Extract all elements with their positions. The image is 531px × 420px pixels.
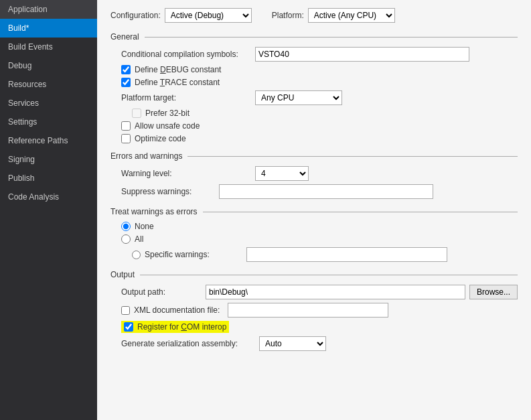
output-section: Output Output path: Browse... XML docume… (110, 270, 518, 351)
warning-level-label: Warning level: (121, 169, 255, 178)
top-bar: Configuration: Active (Debug) Debug Rele… (110, 8, 518, 23)
xml-doc-label: XML documentation file: (134, 305, 220, 315)
allow-unsafe-label: Allow unsafe code (135, 121, 200, 131)
treat-warnings-specific-radio[interactable] (132, 251, 141, 259)
configuration-label: Configuration: (110, 11, 161, 20)
treat-warnings-title: Treat warnings as errors (110, 207, 518, 216)
treat-warnings-all-label: All (135, 234, 143, 244)
sidebar-item-settings[interactable]: Settings (0, 113, 97, 131)
specific-warnings-input[interactable] (246, 247, 447, 262)
xml-doc-row: XML documentation file: (110, 303, 518, 318)
platform-target-select[interactable]: Any CPU x86 x64 Itanium (255, 90, 342, 105)
configuration-group: Configuration: Active (Debug) Debug Rele… (110, 8, 252, 23)
treat-warnings-none-radio[interactable] (121, 222, 131, 231)
general-section: General Conditional compilation symbols:… (110, 32, 518, 143)
warning-level-select[interactable]: 4 0 1 2 3 (255, 166, 309, 181)
define-debug-label: Define DEBUG constant (135, 65, 221, 74)
configuration-select[interactable]: Active (Debug) Debug Release (165, 8, 252, 23)
define-debug-row: Define DEBUG constant (110, 65, 518, 74)
sidebar-item-debug[interactable]: Debug (0, 56, 97, 75)
allow-unsafe-checkbox[interactable] (121, 121, 131, 131)
sidebar: Application Build* Build Events Debug Re… (0, 0, 97, 420)
prefer-32bit-row: Prefer 32-bit (110, 109, 518, 118)
platform-target-row: Platform target: Any CPU x86 x64 Itanium (110, 90, 518, 105)
treat-warnings-all-row: All (110, 234, 518, 244)
prefer-32bit-label: Prefer 32-bit (145, 109, 189, 118)
optimize-code-label: Optimize code (135, 134, 186, 143)
suppress-warnings-label: Suppress warnings: (121, 187, 215, 196)
suppress-warnings-input[interactable] (219, 184, 433, 199)
platform-label: Platform: (272, 11, 304, 20)
output-path-input[interactable] (206, 285, 465, 299)
platform-target-label: Platform target: (121, 93, 255, 102)
generate-serial-select[interactable]: Auto On Off (259, 336, 326, 351)
output-path-row: Output path: Browse... (110, 285, 518, 299)
treat-warnings-all-radio[interactable] (121, 234, 131, 244)
xml-doc-input[interactable] (228, 303, 388, 318)
platform-select[interactable]: Active (Any CPU) Any CPU x86 x64 (308, 8, 395, 23)
errors-warnings-section: Errors and warnings Warning level: 4 0 1… (110, 151, 518, 199)
sidebar-item-signing[interactable]: Signing (0, 150, 97, 169)
browse-button[interactable]: Browse... (469, 285, 518, 299)
treat-warnings-none-row: None (110, 222, 518, 231)
sidebar-item-reference-paths[interactable]: Reference Paths (0, 131, 97, 150)
register-com-highlight: Register for COM interop (121, 321, 229, 333)
register-com-checkbox[interactable] (124, 322, 133, 332)
sidebar-item-build-events[interactable]: Build Events (0, 38, 97, 56)
conditional-symbols-label: Conditional compilation symbols: (121, 50, 255, 59)
register-com-label: Register for COM interop (137, 322, 226, 332)
define-trace-row: Define TRACE constant (110, 78, 518, 87)
main-content: Configuration: Active (Debug) Debug Rele… (97, 0, 531, 420)
generate-serial-row: Generate serialization assembly: Auto On… (110, 336, 518, 351)
suppress-warnings-row: Suppress warnings: (110, 184, 518, 199)
conditional-symbols-row: Conditional compilation symbols: (110, 47, 518, 62)
warning-level-row: Warning level: 4 0 1 2 3 (110, 166, 518, 181)
allow-unsafe-row: Allow unsafe code (110, 121, 518, 131)
generate-serial-label: Generate serialization assembly: (121, 339, 255, 348)
treat-warnings-none-label: None (135, 222, 154, 231)
output-path-label: Output path: (121, 287, 202, 297)
output-section-title: Output (110, 270, 518, 279)
sidebar-item-build[interactable]: Build* (0, 19, 97, 38)
define-debug-checkbox[interactable] (121, 65, 131, 74)
sidebar-item-application[interactable]: Application (0, 0, 97, 19)
define-trace-checkbox[interactable] (121, 78, 131, 87)
register-com-row: Register for COM interop (110, 321, 518, 333)
sidebar-item-resources[interactable]: Resources (0, 75, 97, 94)
conditional-symbols-input[interactable] (255, 47, 469, 62)
sidebar-item-code-analysis[interactable]: Code Analysis (0, 188, 97, 206)
sidebar-item-services[interactable]: Services (0, 94, 97, 113)
optimize-code-row: Optimize code (110, 134, 518, 143)
general-section-title: General (110, 32, 518, 42)
prefer-32bit-checkbox[interactable] (132, 109, 141, 118)
sidebar-item-publish[interactable]: Publish (0, 169, 97, 188)
xml-doc-checkbox[interactable] (121, 306, 130, 315)
define-trace-label: Define TRACE constant (135, 78, 220, 87)
treat-warnings-section: Treat warnings as errors None All Specif… (110, 207, 518, 262)
treat-warnings-specific-label: Specific warnings: (145, 250, 238, 259)
errors-warnings-title: Errors and warnings (110, 151, 518, 161)
optimize-code-checkbox[interactable] (121, 134, 131, 143)
platform-group: Platform: Active (Any CPU) Any CPU x86 x… (272, 8, 395, 23)
treat-warnings-specific-row: Specific warnings: (110, 247, 518, 262)
